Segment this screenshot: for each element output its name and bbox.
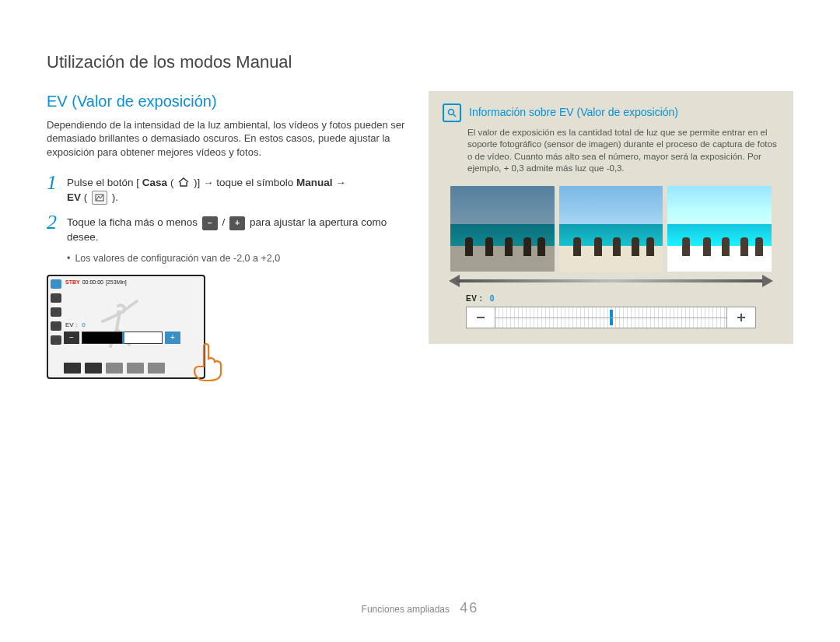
step-1-body: Pulse el botón [ Casa ( )] → toque el sí…	[67, 173, 346, 205]
exposure-range-arrow	[450, 276, 772, 286]
lcd-side-icons	[51, 279, 63, 345]
step-1-number: 1	[47, 173, 61, 205]
lcd-icon-2	[51, 293, 61, 303]
ev-bar	[466, 307, 756, 328]
step-1-text-c: )] → toque el símbolo	[194, 177, 296, 188]
lcd-bottom-icon-4	[127, 363, 144, 374]
page-title: Utilización de los modos Manual	[47, 51, 793, 74]
lcd-bottom-icon-2	[85, 363, 102, 374]
ev-track[interactable]	[495, 307, 726, 328]
lcd-ev-label: EV :	[65, 321, 77, 328]
example-overexposed	[667, 186, 772, 272]
step-1-text-e: (	[84, 191, 90, 203]
step-1-text-a: Pulse el botón [	[67, 177, 139, 188]
info-panel: Información sobre EV (Valor de exposició…	[429, 91, 793, 345]
lcd-ev-readout: EV : 0	[65, 321, 86, 330]
lcd-slider-track[interactable]	[82, 332, 163, 344]
exposure-examples	[450, 186, 772, 272]
left-column: EV (Valor de exposición) Dependiendo de …	[47, 91, 411, 379]
info-body: El valor de exposición es la cantidad to…	[467, 127, 779, 175]
footer-section: Funciones ampliadas	[362, 604, 450, 615]
lcd-icon-3	[51, 307, 61, 317]
plus-tab-icon: +	[229, 216, 245, 230]
camera-lcd-illustration: STBY 00:00:00 [253Min] EV : 0 − +	[47, 275, 205, 379]
footer-page-number: 46	[460, 600, 478, 616]
lcd-bottom-icon-5	[148, 363, 165, 374]
lcd-bottom-icon-1	[64, 363, 81, 374]
step-1-text-b: (	[170, 177, 174, 188]
touch-hand-icon	[187, 340, 229, 382]
lcd-bottom-icon-3	[106, 363, 123, 374]
svg-rect-5	[740, 314, 742, 321]
lcd-status-bar: STBY 00:00:00 [253Min]	[65, 279, 201, 286]
right-column: Información sobre EV (Valor de exposició…	[429, 91, 793, 379]
example-normal	[559, 186, 663, 272]
lcd-plus-button[interactable]: +	[165, 332, 180, 344]
ev-minus-button[interactable]	[467, 307, 495, 328]
ev-plus-button[interactable]	[726, 307, 755, 328]
minus-tab-icon: −	[202, 216, 218, 230]
intro-paragraph: Dependiendo de la intensidad de la luz a…	[47, 118, 411, 160]
step-1: 1 Pulse el botón [ Casa ( )] → toque el …	[47, 173, 411, 205]
step-2: 2 Toque la ficha más o menos − / + para …	[47, 212, 411, 244]
svg-rect-3	[477, 317, 485, 318]
stby-label: STBY	[65, 279, 80, 286]
ev-setting-icon	[92, 191, 107, 205]
settings-range-bullet: Los valores de configuración van de -2,0…	[67, 252, 411, 265]
lcd-icon-4	[51, 321, 61, 331]
step-1-text-f: ).	[112, 191, 118, 203]
info-header: Información sobre EV (Valor de exposició…	[443, 103, 779, 122]
step-2-text-a: Toque la ficha más o menos	[67, 216, 201, 228]
lcd-minus-button[interactable]: −	[64, 332, 79, 344]
ev-control-label: EV : 0	[466, 293, 756, 304]
step-1-bold-ev: EV	[67, 191, 81, 203]
example-underexposed	[450, 186, 555, 272]
lcd-icon-5	[51, 335, 61, 345]
ev-label-text: EV :	[466, 294, 482, 303]
step-2-text-b: /	[222, 216, 229, 228]
ev-value: 0	[490, 294, 495, 303]
ev-marker[interactable]	[610, 310, 613, 325]
content-columns: EV (Valor de exposición) Dependiendo de …	[47, 91, 793, 379]
lcd-remaining: [253Min]	[106, 279, 127, 286]
home-icon	[178, 177, 189, 191]
svg-line-2	[453, 114, 456, 117]
ev-control: EV : 0	[466, 293, 756, 329]
lcd-bottom-icons	[64, 363, 201, 375]
page-footer: Funciones ampliadas 46	[0, 598, 840, 617]
step-2-number: 2	[47, 212, 61, 244]
svg-point-1	[449, 109, 454, 114]
step-1-bold-casa: Casa	[142, 177, 167, 188]
step-1-text-d: →	[335, 177, 346, 188]
step-1-bold-manual: Manual	[296, 177, 333, 188]
lcd-time: 00:00:00	[82, 279, 103, 286]
lcd-icon-1	[51, 279, 61, 289]
step-2-body: Toque la ficha más o menos − / + para aj…	[67, 212, 411, 244]
lcd-ev-slider: − +	[64, 331, 180, 345]
lcd-ev-value: 0	[82, 321, 85, 328]
section-title-ev: EV (Valor de exposición)	[47, 91, 411, 112]
info-title: Información sobre EV (Valor de exposició…	[469, 105, 678, 120]
magnifier-icon	[443, 103, 461, 122]
